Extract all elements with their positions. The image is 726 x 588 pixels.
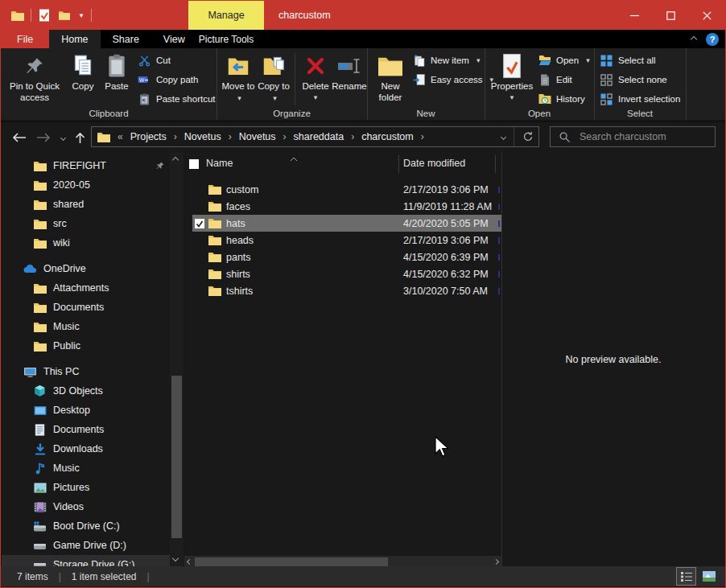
crumb-separator-icon[interactable]: › xyxy=(229,131,232,142)
sidebar-item-pictures[interactable]: Pictures xyxy=(2,478,170,497)
file-row-hats[interactable]: hats4/20/2020 5:05 PM xyxy=(184,215,501,232)
sidebar-item-onedrive[interactable]: OneDrive xyxy=(2,259,170,278)
folder-icon[interactable] xyxy=(57,8,72,23)
collapse-ribbon-icon[interactable] xyxy=(691,35,697,42)
move-to-button[interactable]: Move to ▾ xyxy=(221,51,255,103)
select-all-button[interactable]: Select all xyxy=(600,51,680,70)
properties-button[interactable]: Properties ▾ xyxy=(488,51,536,101)
copy-button[interactable]: Copy xyxy=(67,51,99,93)
back-button[interactable] xyxy=(9,122,30,153)
column-divider[interactable] xyxy=(495,155,496,173)
sidebar-item-music[interactable]: Music xyxy=(2,458,170,478)
scroll-down-icon[interactable] xyxy=(172,555,179,561)
sidebar-scrollbar[interactable] xyxy=(170,152,184,566)
details-view-button[interactable] xyxy=(677,568,695,585)
sidebar-item-public[interactable]: Public xyxy=(2,336,170,356)
paste-button[interactable]: Paste xyxy=(99,51,134,93)
file-row-shirts[interactable]: shirts4/15/2020 6:32 PM xyxy=(184,265,501,282)
tab-share[interactable]: Share xyxy=(101,30,151,48)
button-label: Copy path xyxy=(156,75,198,84)
close-button[interactable] xyxy=(689,1,725,30)
sidebar-item-2020-05[interactable]: 2020-05 xyxy=(2,175,170,195)
cut-button[interactable]: Cut xyxy=(138,51,216,70)
crumb-separator-icon[interactable]: › xyxy=(421,131,424,142)
minimize-button[interactable] xyxy=(617,1,653,30)
search-input[interactable] xyxy=(578,130,702,143)
open-button[interactable]: Open ▾ xyxy=(538,51,590,70)
crumb-overflow[interactable]: « xyxy=(118,131,123,142)
up-button[interactable] xyxy=(70,122,89,153)
ribbon-group-organize: Move to ▾ Copy to ▾ Delete ▾ Rename Orga… xyxy=(217,48,368,120)
sidebar-item-wiki[interactable]: wiki xyxy=(2,233,170,253)
scroll-right-icon[interactable] xyxy=(493,559,499,565)
sidebar-item-desktop[interactable]: Desktop xyxy=(2,401,170,420)
sidebar-item-src[interactable]: src xyxy=(2,214,170,233)
tab-home[interactable]: Home xyxy=(49,30,100,48)
rename-button[interactable]: Rename xyxy=(332,51,367,93)
breadcrumb-item[interactable]: Novetus xyxy=(184,131,221,142)
select-none-button[interactable]: Select none xyxy=(600,70,680,89)
new-item-button[interactable]: New item ▾ xyxy=(412,51,493,70)
crumb-separator-icon[interactable]: › xyxy=(283,131,287,142)
sidebar-item-this-pc[interactable]: This PC xyxy=(2,362,170,381)
new-folder-button[interactable]: New folder xyxy=(372,51,409,103)
recent-locations-button[interactable] xyxy=(56,122,70,153)
thumbnail-view-button[interactable] xyxy=(699,568,718,585)
file-row-faces[interactable]: faces11/9/2019 11:28 AM xyxy=(184,198,501,215)
sidebar-item-documents[interactable]: Documents xyxy=(2,420,170,439)
breadcrumb-item[interactable]: Projects xyxy=(130,131,167,142)
file-date-modified: 3/10/2020 7:50 AM xyxy=(403,286,488,297)
file-row-custom[interactable]: custom2/17/2019 3:06 PM xyxy=(184,181,501,198)
column-divider[interactable] xyxy=(398,155,399,173)
sidebar-item-downloads[interactable]: Downloads xyxy=(2,439,170,458)
file-row-pants[interactable]: pants4/15/2020 6:39 PM xyxy=(184,249,501,265)
delete-button[interactable]: Delete ▾ xyxy=(298,51,333,101)
properties-icon[interactable] xyxy=(37,8,52,23)
column-header-name[interactable]: Name xyxy=(206,158,233,169)
scroll-up-icon[interactable] xyxy=(172,157,179,163)
edit-button[interactable]: Edit xyxy=(538,70,590,89)
sidebar-item-music[interactable]: Music xyxy=(2,317,170,336)
search-box[interactable] xyxy=(550,126,716,147)
breadcrumb-item[interactable]: Novetus xyxy=(239,131,276,142)
help-button[interactable]: ? xyxy=(706,33,719,46)
select-all-checkbox[interactable] xyxy=(189,159,199,169)
tab-file[interactable]: File xyxy=(1,30,49,48)
forward-button[interactable] xyxy=(33,122,54,153)
breadcrumb-item[interactable]: charcustom xyxy=(361,131,414,142)
row-checkbox[interactable] xyxy=(195,219,204,228)
breadcrumb-item[interactable]: shareddata xyxy=(294,131,344,142)
history-button[interactable]: History xyxy=(538,89,590,109)
tab-manage[interactable]: Manage xyxy=(188,1,264,30)
sidebar-item-3d-objects[interactable]: 3D Objects xyxy=(2,381,170,401)
file-row-tshirts[interactable]: tshirts3/10/2020 7:50 AM xyxy=(184,282,501,299)
crumb-separator-icon[interactable]: › xyxy=(174,131,177,142)
sidebar-item-videos[interactable]: Videos xyxy=(2,497,170,516)
maximize-button[interactable] xyxy=(653,1,689,30)
sidebar-item-firefight[interactable]: FIREFIGHT xyxy=(2,156,170,175)
folder-icon[interactable] xyxy=(10,8,25,23)
copy-to-button[interactable]: Copy to ▾ xyxy=(257,51,291,103)
file-row-heads[interactable]: heads2/17/2019 3:06 PM xyxy=(184,232,501,249)
address-dropdown-icon[interactable] xyxy=(501,134,506,139)
paste-shortcut-button[interactable]: Paste shortcut xyxy=(138,89,216,109)
scrollbar-thumb[interactable] xyxy=(195,557,388,566)
easy-access-button[interactable]: Easy access ▾ xyxy=(412,70,493,89)
refresh-icon[interactable] xyxy=(522,131,534,142)
scroll-left-icon[interactable] xyxy=(187,559,192,565)
tab-picture-tools[interactable]: Picture Tools xyxy=(188,30,264,48)
scrollbar-thumb[interactable] xyxy=(171,376,182,538)
crumb-separator-icon[interactable]: › xyxy=(351,131,354,142)
copy-path-button[interactable]: W Copy path xyxy=(138,70,216,89)
address-bar[interactable]: « Projects›Novetus›Novetus›shareddata›ch… xyxy=(91,126,539,147)
sidebar-item-shared[interactable]: shared xyxy=(2,195,170,214)
column-header-date-modified[interactable]: Date modified xyxy=(403,158,465,169)
sidebar-item-attachments[interactable]: Attachments xyxy=(2,278,170,298)
customize-toolbar-caret-icon[interactable]: ▾ xyxy=(77,8,85,23)
sidebar-item-boot-drive-c[interactable]: Boot Drive (C:) xyxy=(2,516,170,536)
sidebar-item-documents[interactable]: Documents xyxy=(2,298,170,317)
sidebar-item-storage-drive-g[interactable]: Storage Drive (G:) xyxy=(2,555,170,566)
invert-selection-button[interactable]: Invert selection xyxy=(600,89,680,109)
pin-to-quick-access-button[interactable]: Pin to Quick access xyxy=(6,51,64,103)
sidebar-item-game-drive-d[interactable]: Game Drive (D:) xyxy=(2,536,170,555)
